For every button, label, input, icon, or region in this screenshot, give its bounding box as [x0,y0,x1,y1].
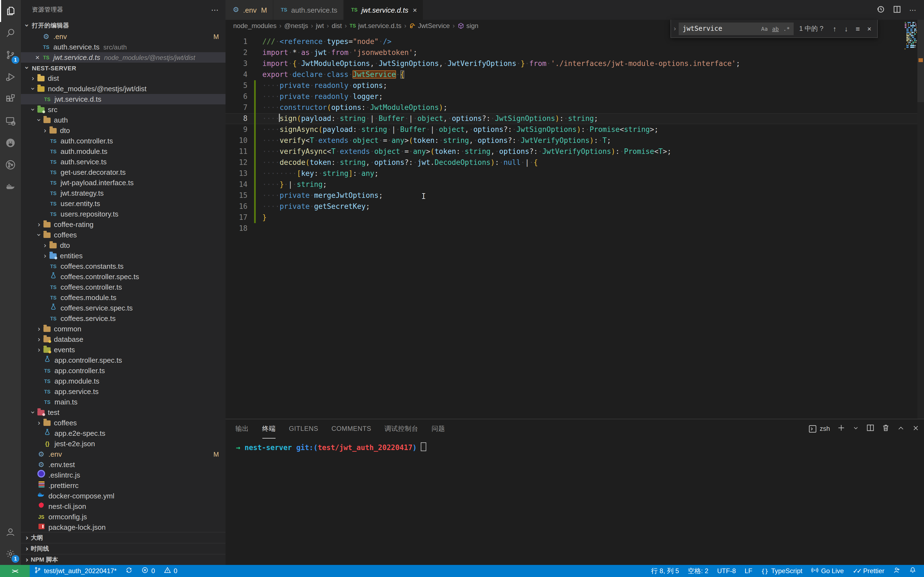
new-terminal-icon[interactable] [837,424,845,434]
explorer-more-actions-icon[interactable]: ⋯ [211,5,219,14]
history-icon[interactable] [876,5,885,15]
tree-folder-test[interactable]: ›test [21,407,226,417]
tree-file-app.e2e-spec.ts[interactable]: app.e2e-spec.ts [21,428,226,438]
tree-file-coffees.service.spec.ts[interactable]: coffees.service.spec.ts [21,303,226,313]
code-line-17[interactable]: 17} [226,212,924,223]
breadcrumb-item-@nestjs[interactable]: @nestjs [284,22,308,30]
tab-auth.service.ts[interactable]: TSauth.service.ts [274,0,344,20]
sidebar-section-NPM 脚本[interactable]: ›NPM 脚本 [21,554,226,565]
breadcrumb-item-sign[interactable]: sign [457,22,478,30]
split-editor-icon[interactable] [893,5,901,15]
activity-source-control-icon[interactable]: 1 [0,44,21,66]
tree-file-user.entity.ts[interactable]: TSuser.entity.ts [21,198,226,209]
status-prettier[interactable]: ✓✓Prettier [848,565,889,577]
code-line-9[interactable]: 9····signAsync(payload:·string·|·Buffer·… [226,124,924,135]
tree-file-.env.test[interactable]: ⚙.env.test [21,459,226,470]
code-line-7[interactable]: 7····constructor(options:·JwtModuleOptio… [226,102,924,113]
status-errors[interactable]: 0 [137,565,159,577]
status-eol[interactable]: LF [740,565,757,577]
code-line-1[interactable]: 1///·<reference·types="node"·/> [226,36,924,47]
tree-folder-dto[interactable]: ›dto [21,125,226,136]
activity-remote-explorer-icon[interactable] [0,110,21,132]
tree-file-coffees.controller.ts[interactable]: TScoffees.controller.ts [21,282,226,292]
next-match-icon[interactable]: ↓ [840,24,852,33]
code-line-16[interactable]: 16····private·getSecretKey; [226,201,924,212]
tree-file-ormconfig.js[interactable]: JSormconfig.js [21,512,226,522]
tree-folder-coffees[interactable]: ›coffees [21,417,226,428]
status-encoding[interactable]: UTF-8 [713,565,740,577]
panel-tab-问题[interactable]: 问题 [431,419,445,438]
activity-account-icon[interactable] [0,521,21,543]
activity-docker-icon[interactable] [0,176,21,198]
find-toggle-.*[interactable]: .* [782,25,792,33]
code-line-5[interactable]: 5····private·readonly·options; [226,80,924,91]
tree-file-app.module.ts[interactable]: TSapp.module.ts [21,376,226,386]
minimap[interactable] [905,22,917,52]
activity-git-graph-icon[interactable] [0,154,21,176]
close-find-icon[interactable]: × [864,24,875,33]
open-editor-item[interactable]: TSauth.service.tssrc/auth [21,42,226,52]
tree-file-users.repository.ts[interactable]: TSusers.repository.ts [21,209,226,219]
code-line-14[interactable]: 14····}·|·string; [226,179,924,190]
close-icon[interactable] [912,424,919,433]
tree-file-coffees.controller.spec.ts[interactable]: coffees.controller.spec.ts [21,271,226,282]
code-editor[interactable]: 1///·<reference·types="node"·/>2import·*… [226,36,924,234]
tree-file-app.controller.spec.ts[interactable]: app.controller.spec.ts [21,355,226,366]
tree-file-.env[interactable]: ⚙.envM [21,449,226,459]
tree-folder-node-modules/@nestjs/jwt/dist[interactable]: ›node_modules/@nestjs/jwt/dist [21,84,226,94]
code-line-10[interactable]: 10····verify<T·extends·object·=·any>(tok… [226,135,924,146]
tree-file-jest-e2e.json[interactable]: {}jest-e2e.json [21,438,226,449]
tree-file-app.service.ts[interactable]: TSapp.service.ts [21,386,226,397]
find-toggle-Aa[interactable]: Aa [759,25,769,33]
code-line-12[interactable]: 12····decode(token:·string,·options?:·jw… [226,157,924,168]
find-input[interactable]: jwtService Aaab.* [679,22,794,35]
find-toggle-ab[interactable]: ab [771,25,780,33]
previous-match-icon[interactable]: ↑ [829,24,840,33]
tree-file-get-user.decorator.ts[interactable]: TSget-user.decorator.ts [21,167,226,177]
code-line-2[interactable]: 2import·*·as·jwt·from·'jsonwebtoken'; [226,47,924,58]
code-line-15[interactable]: 15····private·mergeJwtOptions; [226,190,924,201]
toggle-replace-icon[interactable]: › [671,20,679,37]
status-git-branch[interactable]: test/jwt_auth_20220417* [30,565,121,577]
code-line-3[interactable]: 3import·{·JwtModuleOptions,·JwtSignOptio… [226,58,924,69]
panel-tab-调试控制台[interactable]: 调试控制台 [384,419,418,438]
maximize-icon[interactable] [897,424,905,433]
code-line-4[interactable]: 4export·declare·class·JwtService·{ [226,69,924,80]
breadcrumb-item-jwt.service.d.ts[interactable]: TSjwt.service.d.ts [349,22,401,30]
dropdown-icon[interactable] [853,424,859,433]
project-section-header[interactable]: › NEST-SERVER [21,63,226,73]
close-icon[interactable]: × [33,53,42,61]
tree-file-jwt-payload.interface.ts[interactable]: TSjwt-payload.interface.ts [21,177,226,188]
tree-folder-coffee-rating[interactable]: ›coffee-rating [21,219,226,230]
sidebar-section-时间线[interactable]: ›时间线 [21,543,226,554]
code-line-6[interactable]: 6····private·readonly·logger; [226,91,924,102]
status-go-live[interactable]: Go Live [807,565,848,577]
tree-file-auth.module.ts[interactable]: TSauth.module.ts [21,146,226,156]
tree-file-nest-cli.json[interactable]: nest-cli.json [21,501,226,512]
status-remote-indicator[interactable]: >< [0,565,30,577]
tab-.env[interactable]: ⚙.envM [226,0,274,20]
panel-tab-终端[interactable]: 终端 [262,419,276,438]
sidebar-section-大纲[interactable]: ›大纲 [21,532,226,543]
activity-explorer-icon[interactable] [0,0,21,22]
open-editor-item[interactable]: ⚙.envM [21,31,226,42]
tree-folder-events[interactable]: ›events [21,345,226,355]
panel-tab-输出[interactable]: 输出 [236,419,249,438]
tree-file-.prettierrc[interactable]: .prettierrc [21,480,226,491]
code-line-11[interactable]: 11····verifyAsync<T·extends·object·=·any… [226,146,924,157]
tree-folder-dist[interactable]: ›dist [21,73,226,84]
status-warnings[interactable]: 0 [160,565,182,577]
activity-extensions-icon[interactable] [0,88,21,110]
status-accounts[interactable] [889,565,905,577]
activity-search-icon[interactable] [0,22,21,44]
breadcrumb-item-jwt[interactable]: jwt [316,22,324,30]
code-line-13[interactable]: 13········[key:·string]:·any; [226,168,924,179]
panel-tab-COMMENTS[interactable]: COMMENTS [331,419,371,438]
status-language-mode[interactable]: {}TypeScript [757,565,807,577]
open-editors-section-header[interactable]: › 打开的编辑器 [21,19,226,31]
status-sync[interactable] [121,565,137,577]
overview-ruler[interactable] [918,20,924,419]
tree-file-jwt.strategy.ts[interactable]: TSjwt.strategy.ts [21,188,226,198]
tree-file-coffees.service.ts[interactable]: TScoffees.service.ts [21,313,226,324]
panel-tab-GITLENS[interactable]: GITLENS [289,419,318,438]
